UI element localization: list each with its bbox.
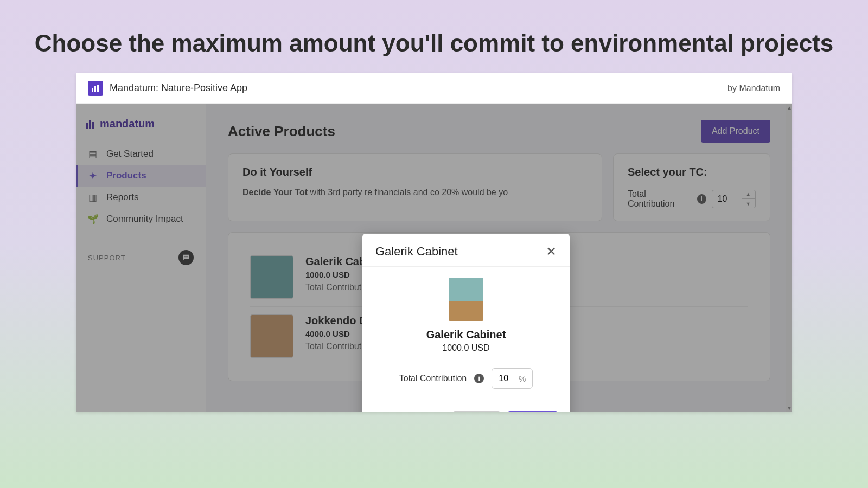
info-card-body: Decide Your Tot with 3rd party re financ… xyxy=(242,186,588,199)
svg-point-3 xyxy=(184,256,185,257)
modal-product-thumb xyxy=(449,278,483,321)
section-title: Active Products xyxy=(228,123,335,140)
stepper-down-icon[interactable]: ▼ xyxy=(742,199,755,208)
modal-tc-input-wrap[interactable]: % xyxy=(492,368,533,389)
sidebar-item-products[interactable]: ✦ Products xyxy=(76,165,206,187)
sidebar-item-label: Community Impact xyxy=(106,214,183,224)
svg-rect-2 xyxy=(97,85,99,92)
brand-row: mandatum xyxy=(76,109,206,143)
report-icon: ▥ xyxy=(88,192,98,202)
tc-label: Total Contribution xyxy=(628,189,692,209)
close-icon[interactable]: ✕ xyxy=(546,245,557,258)
svg-rect-0 xyxy=(92,88,93,92)
info-icon[interactable]: i xyxy=(697,194,706,204)
svg-point-5 xyxy=(187,256,187,257)
support-row[interactable]: SUPPORT xyxy=(76,240,206,275)
add-product-button[interactable]: Add Product xyxy=(701,120,770,143)
stepper-up-icon[interactable]: ▲ xyxy=(742,190,755,199)
modal-product-name: Galerik Cabinet xyxy=(375,329,557,341)
svg-point-4 xyxy=(186,256,186,257)
app-name: Mandatum: Nature-Positive App xyxy=(110,82,247,94)
app-logo-icon xyxy=(88,81,103,96)
tc-card-title: Select your TC: xyxy=(628,166,756,178)
sidebar: mandatum ▤ Get Started ✦ Products ▥ Repo… xyxy=(76,104,206,412)
modal-tc-label: Total Contribution xyxy=(399,374,467,383)
app-frame: Mandatum: Nature-Positive App by Mandatu… xyxy=(76,73,792,412)
info-card: Do it Yourself Decide Your Tot with 3rd … xyxy=(228,153,602,221)
product-thumb xyxy=(250,314,293,358)
tc-input[interactable] xyxy=(712,194,742,204)
scrollbar[interactable] xyxy=(786,104,792,412)
modal-title: Galerik Cabinet xyxy=(375,245,458,259)
chat-icon[interactable] xyxy=(178,250,194,265)
info-icon[interactable]: i xyxy=(474,374,484,383)
tc-stepper[interactable]: ▲ ▼ xyxy=(712,190,756,208)
cancel-button[interactable]: Cancel xyxy=(452,411,502,412)
plant-icon: 🌱 xyxy=(88,214,98,224)
product-thumb xyxy=(250,255,293,299)
sidebar-item-get-started[interactable]: ▤ Get Started xyxy=(76,143,206,165)
info-card-title: Do it Yourself xyxy=(242,166,588,178)
app-byline: by Mandatum xyxy=(727,84,780,93)
clipboard-icon: ▤ xyxy=(88,149,98,159)
update-button[interactable]: Update xyxy=(507,411,559,412)
page-heading: Choose the maximum amount you'll commit … xyxy=(0,0,868,57)
modal-product-price: 1000.0 USD xyxy=(375,343,557,353)
svg-rect-1 xyxy=(94,86,96,92)
sidebar-item-label: Reports xyxy=(106,192,139,203)
support-label: SUPPORT xyxy=(88,254,126,262)
modal-tc-input[interactable] xyxy=(499,374,514,383)
tag-icon: ✦ xyxy=(88,171,98,181)
sidebar-item-label: Products xyxy=(106,170,146,181)
edit-product-modal: Galerik Cabinet ✕ Galerik Cabinet 1000.0… xyxy=(362,234,570,412)
sidebar-item-label: Get Started xyxy=(106,149,154,159)
brand-name: mandatum xyxy=(100,118,155,130)
sidebar-item-community-impact[interactable]: 🌱 Community Impact xyxy=(76,208,206,230)
app-topbar: Mandatum: Nature-Positive App by Mandatu… xyxy=(76,73,792,104)
sidebar-item-reports[interactable]: ▥ Reports xyxy=(76,187,206,208)
tc-card: Select your TC: Total Contribution i ▲ ▼ xyxy=(613,153,770,221)
brand-bars-icon xyxy=(86,120,94,129)
percent-suffix: % xyxy=(519,374,526,383)
